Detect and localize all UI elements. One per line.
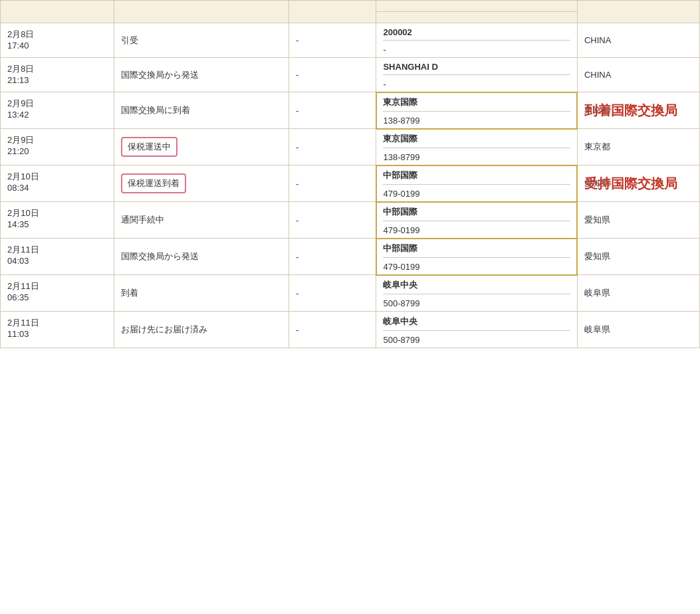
date-cell: 2月8日 21:13 [1,58,114,92]
office-zip: - [383,78,570,89]
date-cell: 2月11日 04:03 [1,239,114,275]
pref-text: CHINA [584,35,611,45]
detail-cell: - [289,275,376,312]
status-cell: 保税運送到着 [114,165,289,202]
status-highlight: 保税運送中 [121,137,177,157]
header-date [1,1,114,23]
table-row: 2月10日 08:34保税運送到着-中部国際479-0199愛知県受持国際交換局 [1,165,700,202]
date-cell: 2月11日 06:35 [1,275,114,312]
pref-text: 東京都 [584,142,610,152]
office-name: 中部国際 [383,243,570,258]
office-name: 東京国際 [383,133,570,148]
date-cell: 2月10日 08:34 [1,165,114,202]
office-zip: 479-0199 [383,224,570,235]
date-cell: 2月9日 21:20 [1,129,114,165]
table-row: 2月9日 13:42国際交換局に到着-東京国際138-8799東京都到着国際交換… [1,92,700,129]
office-name: 岐阜中央 [383,279,570,294]
pref-text: CHINA [584,70,611,80]
office-name: 中部国際 [383,206,570,221]
office-name: SHANGHAI D [383,62,570,75]
office-inner: SHANGHAI D- [376,58,576,92]
table-header [1,1,700,23]
office-zip: 500-8799 [383,297,570,308]
header-office-name [376,1,577,12]
detail-cell: - [289,239,376,275]
status-cell: 国際交換局から発送 [114,239,289,275]
pref-cell: 東京都 [577,129,699,165]
status-cell: 保税運送中 [114,129,289,165]
annotation-text: 受持国際交換局 [584,175,677,193]
pref-cell: 愛知県 [577,202,699,239]
table-row: 2月9日 21:20保税運送中-東京国際138-8799東京都 [1,129,700,165]
office-inner: 200002- [376,23,576,57]
office-zip: 479-0199 [383,187,570,199]
office-inner: 東京国際138-8799 [376,92,576,128]
office-zip: 138-8799 [383,151,570,162]
office-cell: 岐阜中央500-8799 [376,312,577,348]
pref-cell: 愛知県受持国際交換局 [577,165,699,202]
status-cell: 国際交換局に到着 [114,92,289,129]
status-cell: 国際交換局から発送 [114,58,289,92]
office-cell: 200002- [376,23,577,58]
table-row: 2月11日 11:03お届け先にお届け済み-岐阜中央500-8799岐阜県 [1,312,700,348]
office-cell: 東京国際138-8799 [376,92,577,129]
office-inner: 中部国際479-0199 [376,239,576,274]
table-row: 2月10日 14:35通関手続中-中部国際479-0199愛知県 [1,202,700,239]
status-cell: お届け先にお届け済み [114,312,289,348]
table-row: 2月11日 06:35到着-岐阜中央500-8799岐阜県 [1,275,700,312]
header-detail [289,1,376,23]
office-inner: 岐阜中央500-8799 [376,275,576,311]
office-name: 中部国際 [383,169,570,185]
office-cell: 中部国際479-0199 [376,202,577,239]
pref-cell: 岐阜県 [577,275,699,312]
status-highlight: 保税運送到着 [121,173,186,193]
office-zip: 479-0199 [383,260,570,272]
detail-cell: - [289,23,376,58]
detail-cell: - [289,202,376,239]
office-zip: 500-8799 [383,334,570,345]
pref-text: 愛知県 [584,215,610,225]
office-name: 200002 [383,27,570,41]
office-name: 岐阜中央 [383,316,570,331]
office-inner: 中部国際479-0199 [376,165,576,201]
date-cell: 2月8日 17:40 [1,23,114,58]
pref-text: 岐阜県 [584,324,610,334]
header-pref [577,1,699,23]
office-cell: 中部国際479-0199 [376,239,577,275]
office-inner: 岐阜中央500-8799 [376,312,576,348]
status-cell: 引受 [114,23,289,58]
office-zip: 138-8799 [383,114,570,126]
office-cell: 中部国際479-0199 [376,165,577,202]
status-cell: 通関手続中 [114,202,289,239]
tracking-table-wrapper: 2月8日 17:40引受-200002-CHINA2月8日 21:13国際交換局… [0,0,700,348]
office-name: 東京国際 [383,96,570,112]
header-office-zip [376,12,577,23]
pref-cell: 東京都到着国際交換局 [577,92,699,129]
office-zip: - [383,43,570,54]
detail-cell: - [289,312,376,348]
annotation-text: 到着国際交換局 [584,102,677,120]
pref-text: 愛知県 [584,251,610,261]
pref-text: 岐阜県 [584,288,610,298]
detail-cell: - [289,129,376,165]
pref-cell: 愛知県 [577,239,699,275]
office-cell: 東京国際138-8799 [376,129,577,165]
pref-cell: 岐阜県 [577,312,699,348]
table-row: 2月11日 04:03国際交換局から発送-中部国際479-0199愛知県 [1,239,700,275]
table-row: 2月8日 21:13国際交換局から発送-SHANGHAI D-CHINA [1,58,700,92]
date-cell: 2月11日 11:03 [1,312,114,348]
table-row: 2月8日 17:40引受-200002-CHINA [1,23,700,58]
office-inner: 東京国際138-8799 [376,129,576,165]
detail-cell: - [289,92,376,129]
date-cell: 2月10日 14:35 [1,202,114,239]
table-body: 2月8日 17:40引受-200002-CHINA2月8日 21:13国際交換局… [1,23,700,348]
detail-cell: - [289,165,376,202]
office-cell: SHANGHAI D- [376,58,577,92]
tracking-table: 2月8日 17:40引受-200002-CHINA2月8日 21:13国際交換局… [0,0,700,348]
pref-cell: CHINA [577,58,699,92]
date-cell: 2月9日 13:42 [1,92,114,129]
pref-cell: CHINA [577,23,699,58]
detail-cell: - [289,58,376,92]
office-inner: 中部国際479-0199 [376,202,576,238]
header-status [114,1,289,23]
